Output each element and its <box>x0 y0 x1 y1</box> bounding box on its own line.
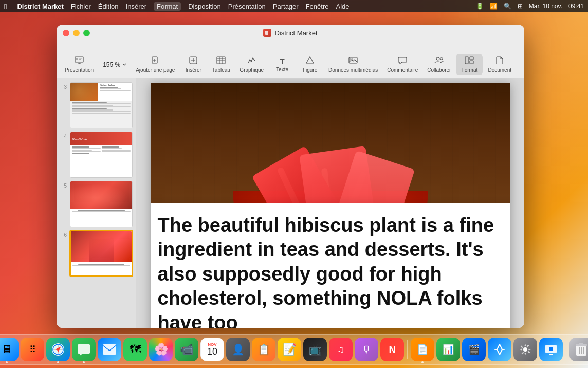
dock-settings[interactable] <box>513 338 537 361</box>
window-maximize-button[interactable] <box>83 30 90 36</box>
thumb4-content: Where We're At <box>70 132 132 177</box>
dock-facetime[interactable]: 📹 <box>175 338 198 361</box>
menubar-partager[interactable]: Partager <box>273 3 299 10</box>
dock-messages[interactable] <box>72 338 96 361</box>
svg-rect-13 <box>217 57 225 64</box>
page-thumb-6[interactable]: 6 <box>60 230 133 277</box>
dock-podcasts[interactable]: 🎙 <box>355 338 378 361</box>
window-minimize-button[interactable] <box>73 30 80 36</box>
mini-line <box>100 88 121 89</box>
menubar-presentation[interactable]: Présentation <box>228 3 266 10</box>
dock-pages[interactable]: 📄 <box>411 338 434 361</box>
svg-point-35 <box>523 347 527 352</box>
mini-line <box>72 113 131 114</box>
dock-screentime[interactable] <box>539 338 563 361</box>
dock-tv[interactable]: 📺 <box>303 338 327 361</box>
apple-menu[interactable]:  <box>4 2 7 11</box>
tv-icon: 📺 <box>309 343 322 356</box>
page-thumb-4[interactable]: 4 Where We're At <box>60 132 133 178</box>
toolbar-figure-label: Figure <box>303 67 317 73</box>
dock-finder[interactable]: 🖥 <box>0 338 19 361</box>
pages-dot <box>421 361 424 363</box>
dock-keynote[interactable]: 🎬 <box>462 338 486 361</box>
thumb4-col2 <box>102 146 131 154</box>
mini-line <box>100 87 118 88</box>
thumbnail-3[interactable]: Kitchen College <box>70 82 133 128</box>
toolbar-collaborate[interactable]: Collaborer <box>423 54 455 75</box>
toolbar-graphic-label: Graphique <box>240 67 264 73</box>
document-toolbar-icon <box>495 56 504 66</box>
toolbar-add-page[interactable]: Ajouter une page <box>132 54 179 75</box>
menubar-app-name[interactable]: District Market <box>17 3 63 10</box>
dock-photos[interactable]: 🌸 <box>149 338 173 361</box>
thumb5-image <box>70 181 132 209</box>
toolbar-text[interactable]: T Texte <box>269 55 296 75</box>
thumbnail-6-selected[interactable] <box>70 230 133 277</box>
page-thumb-3[interactable]: 3 Kitchen College <box>60 82 133 128</box>
svg-rect-26 <box>465 57 468 64</box>
menubar-control-center-icon[interactable]: ⊞ <box>518 3 523 10</box>
dock-calendar[interactable]: NOV 10 <box>200 338 224 361</box>
menubar-fenetre[interactable]: Fenêtre <box>306 3 329 10</box>
messages-dot <box>83 361 85 363</box>
toolbar-comment[interactable]: Commentaire <box>383 54 422 75</box>
thumb5-text <box>70 209 132 215</box>
window-titlebar: District Market <box>57 25 524 51</box>
dock-launchpad[interactable]: ⠿ <box>21 338 44 361</box>
toolbar-zoom[interactable]: 155 % <box>99 59 131 70</box>
dock-notes[interactable]: 📝 <box>278 338 301 361</box>
dock-music[interactable]: ♫ <box>329 338 353 361</box>
dock-trash[interactable] <box>569 338 588 361</box>
menubar-battery-icon: 🔋 <box>476 3 484 10</box>
toolbar-document[interactable]: Document <box>484 54 516 75</box>
thumbnail-5[interactable] <box>70 181 133 227</box>
mini-line <box>72 105 113 106</box>
dock-safari[interactable] <box>46 338 70 361</box>
svg-rect-3 <box>79 58 82 59</box>
page-number-6: 6 <box>60 230 67 238</box>
toolbar-format[interactable]: Format <box>456 54 483 75</box>
thumbnail-4[interactable]: Where We're At <box>70 132 133 178</box>
svg-point-24 <box>436 57 439 60</box>
mini-line <box>81 213 122 214</box>
menubar-inserer[interactable]: Insérer <box>126 3 146 10</box>
text-icon: T <box>280 57 284 66</box>
mini-line <box>100 90 131 91</box>
toolbar-presentation[interactable]: Présentation <box>61 54 98 75</box>
dock-news[interactable]: N <box>380 338 404 361</box>
dock-reminders[interactable]: 📋 <box>252 338 275 361</box>
insert-icon <box>189 56 197 66</box>
toolbar-insert[interactable]: Insérer <box>180 54 207 75</box>
menubar-disposition[interactable]: Disposition <box>188 3 221 10</box>
thumb4-header: Where We're At <box>70 132 132 145</box>
document-icon <box>263 29 271 37</box>
toolbar-graphic[interactable]: Graphique <box>235 54 268 75</box>
svg-rect-28 <box>470 61 473 64</box>
dock-mail[interactable] <box>98 338 121 361</box>
dock-contacts[interactable]: 👤 <box>226 338 250 361</box>
toolbar-media-label: Données multimédias <box>328 67 378 73</box>
dock-maps[interactable]: 🗺 <box>123 338 147 361</box>
window-close-button[interactable] <box>63 30 69 36</box>
menubar-edition[interactable]: Édition <box>98 3 119 10</box>
toolbar-figure[interactable]: Figure <box>297 54 323 75</box>
mini-line <box>102 150 131 151</box>
menubar-format[interactable]: Format <box>154 2 181 11</box>
finder-icon: 🖥 <box>1 343 12 356</box>
toolbar-media[interactable]: Données multimédias <box>324 54 382 75</box>
main-headline-text[interactable]: The beautiful hibiscus plant is a fine i… <box>158 213 510 328</box>
dock-numbers[interactable]: 📊 <box>436 338 460 361</box>
menubar-wifi-icon: 📶 <box>490 3 498 10</box>
page-thumb-5[interactable]: 5 <box>60 181 133 227</box>
svg-marker-21 <box>306 57 314 63</box>
dock-divider <box>407 340 408 359</box>
mini-line <box>78 264 124 265</box>
svg-rect-27 <box>470 57 473 60</box>
toolbar-table[interactable]: Tableau <box>208 54 234 75</box>
dock-appstore[interactable] <box>488 338 511 361</box>
media-icon <box>348 56 358 66</box>
mini-line <box>102 146 119 148</box>
menubar-fichier[interactable]: Fichier <box>71 3 91 10</box>
menubar-search-icon[interactable]: 🔍 <box>504 3 511 10</box>
menubar-aide[interactable]: Aide <box>336 3 349 10</box>
